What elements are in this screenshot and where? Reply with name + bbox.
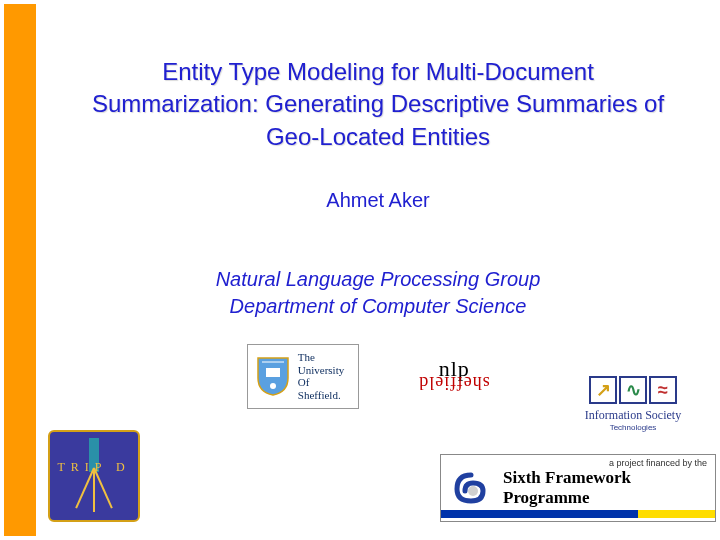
- ist-subcaption: Technologies: [568, 423, 698, 432]
- ist-caption: Information Society: [568, 408, 698, 423]
- affiliation-line1: Natural Language Processing Group: [76, 266, 680, 293]
- university-of-sheffield-logo: The University Of Sheffield.: [247, 344, 359, 409]
- uos-line3: Of: [298, 376, 344, 389]
- nlp-sheffield-logo: nlp sheffield: [399, 354, 509, 398]
- information-society-logo: ↗ ∿ ≈ Information Society Technologies: [568, 376, 698, 432]
- nlp-bottom-text: sheffield: [399, 372, 509, 393]
- sixth-framework-logo: a project financed by the Sixth Framewor…: [440, 454, 716, 522]
- tripod-text: TRIP D: [50, 460, 138, 475]
- author-name: Ahmet Aker: [76, 189, 680, 212]
- affiliation: Natural Language Processing Group Depart…: [76, 266, 680, 320]
- uos-line2: University: [298, 364, 344, 377]
- slide-content: Entity Type Modeling for Multi-Document …: [36, 0, 720, 409]
- fp6-tagline: a project financed by the: [441, 455, 715, 468]
- fp6-title: Sixth Framework Programme: [503, 468, 707, 508]
- accent-bar: [4, 4, 36, 536]
- uos-line1: The: [298, 351, 344, 364]
- tripod-logo: TRIP D: [48, 430, 140, 522]
- ist-icon: ↗ ∿ ≈: [568, 376, 698, 404]
- svg-point-2: [468, 486, 478, 496]
- slide-title: Entity Type Modeling for Multi-Document …: [76, 56, 680, 153]
- fp6-swirl-icon: [449, 471, 493, 505]
- svg-point-1: [270, 383, 276, 389]
- shield-icon: [256, 356, 290, 396]
- uos-text: The University Of Sheffield.: [298, 351, 344, 402]
- uos-line4: Sheffield.: [298, 389, 344, 402]
- svg-rect-0: [266, 368, 280, 377]
- fp6-color-bar: [441, 510, 715, 518]
- affiliation-line2: Department of Computer Science: [76, 293, 680, 320]
